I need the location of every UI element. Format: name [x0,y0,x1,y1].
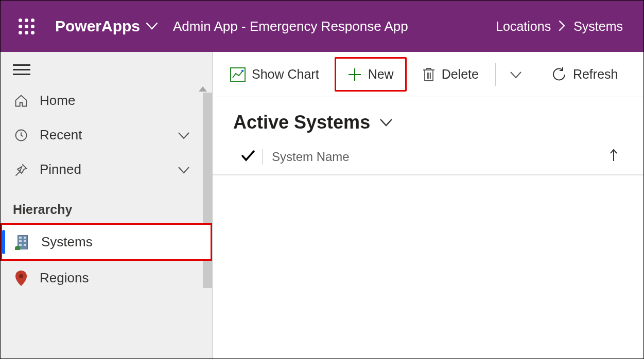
chevron-down-icon [379,118,393,127]
pin-icon [13,163,29,177]
chevron-down-icon [178,127,189,143]
cmd-label: Show Chart [252,67,319,82]
sidebar: Home Recent Pinned Hiera [1,52,213,358]
command-bar: Show Chart New Delete [213,52,643,97]
grid-header-row: System Name [213,138,643,175]
home-icon [13,94,29,108]
clock-icon [13,128,29,142]
breadcrumb-item[interactable]: Locations [496,19,551,34]
sidebar-item-label: Regions [40,270,89,286]
svg-point-1 [19,274,23,278]
column-header[interactable]: System Name [272,150,350,164]
separator [495,63,496,86]
refresh-button[interactable]: Refresh [543,62,626,87]
sidebar-item-recent[interactable]: Recent [1,118,212,152]
brand-label: PowerApps [55,17,140,35]
sidebar-item-pinned[interactable]: Pinned [1,152,212,187]
trash-icon [422,67,436,82]
main-content: Show Chart New Delete [213,52,643,358]
sidebar-item-regions[interactable]: Regions [1,261,212,295]
delete-button[interactable]: Delete [414,62,487,87]
select-all-check-icon[interactable] [241,149,262,165]
breadcrumb-item[interactable]: Systems [573,19,623,34]
sidebar-item-label: Pinned [40,161,81,177]
chart-icon [230,67,246,82]
sidebar-item-label: Home [40,93,75,109]
cmd-label: Refresh [573,67,618,82]
plus-icon [347,67,362,82]
view-title: Active Systems [233,112,370,133]
chevron-down-icon [178,161,189,177]
chevron-right-icon [559,19,565,34]
view-selector[interactable]: Active Systems [213,97,643,138]
refresh-icon [551,67,567,82]
sidebar-item-systems[interactable]: Systems [1,223,212,261]
sort-ascending-icon[interactable] [610,149,618,165]
sidebar-item-label: Recent [40,127,82,143]
building-icon [14,235,31,249]
chevron-down-icon [510,71,521,79]
app-launcher-icon[interactable] [19,19,34,34]
cmd-label: New [368,67,394,82]
show-chart-button[interactable]: Show Chart [222,62,327,87]
new-button[interactable]: New [335,57,407,92]
sidebar-section-label: Hierarchy [1,187,212,223]
delete-split-button[interactable] [504,62,528,87]
chevron-down-icon [146,23,158,30]
sidebar-toggle[interactable] [1,52,212,83]
map-pin-icon [13,271,29,286]
cmd-label: Delete [442,67,479,82]
breadcrumb: Locations Systems [496,19,623,34]
app-header: PowerApps Admin App - Emergency Response… [1,1,643,52]
column-divider [262,149,263,165]
app-title: Admin App - Emergency Response App [173,19,408,34]
sidebar-item-label: Systems [41,234,93,250]
brand-switcher[interactable]: PowerApps [55,17,158,35]
sidebar-item-home[interactable]: Home [1,83,212,118]
